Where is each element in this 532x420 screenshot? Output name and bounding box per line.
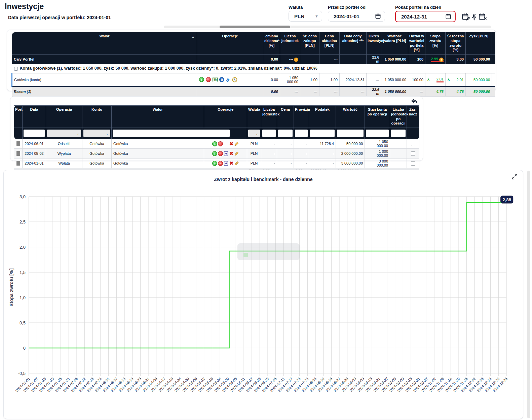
table-row-gotowka[interactable]: Gotówka (konto) + − % 0 ⇄ 0.00 1 050 000… xyxy=(12,73,496,86)
total-okres: 22.6 m xyxy=(367,55,381,64)
zero-operation-icon[interactable]: 0 xyxy=(219,77,224,82)
filter-konto-select[interactable]: ⌄ xyxy=(83,130,110,137)
date-from-input[interactable]: 2024-01-01 xyxy=(328,11,385,22)
portfolio-name: Cały Portfel xyxy=(12,55,197,64)
ops-header-stan-konta[interactable]: Stan konta po operacji xyxy=(365,106,390,128)
operation-row[interactable]: 2024-06-01OdsetkiGotówkaGotówka+−✖PLN---… xyxy=(14,139,419,149)
add-operation-icon[interactable]: + xyxy=(199,77,204,82)
currency-select[interactable]: PLN ▼ xyxy=(289,11,322,22)
column-header-zmiana-dzienna[interactable]: Zmiana dzienna* [%] xyxy=(263,32,280,55)
ops-header-cena[interactable]: Cena xyxy=(277,106,294,128)
calendar-edit-icon[interactable] xyxy=(461,12,470,21)
return-step-chart[interactable]: 2024-01-012024-01-072024-01-132024-01-19… xyxy=(4,170,523,410)
column-header-sr-roczna-stopa[interactable]: Śr.roczna stopa zwrotu [%] xyxy=(446,32,466,55)
warning-icon[interactable]: i xyxy=(294,58,298,62)
document-export-icon[interactable] xyxy=(224,151,228,156)
ops-header-zaznacz[interactable]: Zaz-nacz xyxy=(407,106,419,128)
operations-card: Port Data Operacja Konto Walor Operacje … xyxy=(10,96,423,161)
remove-operation-icon[interactable]: − xyxy=(206,77,211,82)
table-row-caly-portfel[interactable]: Cały Portfel 0.00 ---i --- 22.6 m 1 050 … xyxy=(12,55,496,64)
op-date: 2024-01-01 xyxy=(23,159,46,168)
filter-cena-input[interactable] xyxy=(278,130,293,137)
ops-header-liczba[interactable]: Liczba jednostek xyxy=(261,106,277,128)
filter-operacja-select[interactable]: ⌄ xyxy=(47,130,81,137)
delete-icon[interactable]: ✖ xyxy=(229,151,233,156)
remove-icon[interactable]: − xyxy=(218,141,223,146)
transfer-icon[interactable]: ⇄ xyxy=(225,76,232,83)
ops-header-operacje[interactable]: Operacje xyxy=(204,106,247,128)
asset-zysk: 50 000.00 xyxy=(466,73,492,86)
asset-okres: --- xyxy=(367,73,381,86)
column-header-okres-inwestycji[interactable]: Okres inwestycj xyxy=(367,32,381,55)
total-cena: --- xyxy=(319,55,340,64)
edit-pencil-icon[interactable] xyxy=(234,141,239,146)
op-units: - xyxy=(261,139,277,149)
ops-header-walor[interactable]: Walor xyxy=(112,106,204,128)
warning-icon[interactable]: i xyxy=(439,58,444,62)
op-asset: Gotówka xyxy=(112,149,204,159)
edit-pencil-icon[interactable] xyxy=(234,151,239,156)
calendar-remove-icon[interactable] xyxy=(478,12,487,21)
total-udzial: 100 xyxy=(408,55,425,64)
filter-liczba-input[interactable] xyxy=(262,130,276,137)
remove-icon[interactable]: − xyxy=(218,151,223,156)
ops-header-liczba-po[interactable]: Liczba jednostek po operacji xyxy=(390,106,407,128)
date-from-value: 2024-01-01 xyxy=(334,13,375,19)
ops-header-wartosc[interactable]: Wartość xyxy=(336,106,365,128)
filter-liczba-po-input[interactable] xyxy=(391,130,406,137)
column-header-zysk[interactable]: Zysk [PLN] xyxy=(466,32,492,55)
filter-data-input[interactable] xyxy=(24,130,45,137)
history-clock-icon[interactable] xyxy=(232,77,237,82)
pin-icon[interactable] xyxy=(470,12,479,21)
sum-wartosc: 1 050 000.00 xyxy=(381,86,408,97)
column-header-data-ceny[interactable]: Data ceny aktualnej *** xyxy=(340,32,367,55)
ops-header-konto[interactable]: Konto xyxy=(82,106,112,128)
column-header-sr-cena-zakupu[interactable]: Śr. cena zakupu [PLN] xyxy=(300,32,319,55)
ops-header-data[interactable]: Data xyxy=(23,106,46,128)
ops-header-podatek[interactable]: Podatek xyxy=(309,106,336,128)
column-header-operacje[interactable]: Operacje xyxy=(197,32,263,55)
ops-header-operacja[interactable]: Operacja xyxy=(46,106,82,128)
add-icon[interactable]: + xyxy=(212,151,217,156)
add-icon[interactable]: + xyxy=(212,161,217,166)
column-header-cena-aktualna[interactable]: Cena aktualna [PLN] xyxy=(319,32,340,55)
ops-header-prowizja[interactable]: Prowizja xyxy=(294,106,309,128)
operation-row[interactable]: 2024-01-01WpłataGotówkaGotówka+−✖PLN----… xyxy=(14,159,419,168)
column-header-wartosc-waloru[interactable]: Wartość waloru [PLN] xyxy=(381,32,408,55)
horizontal-scrollbar-track[interactable] xyxy=(164,26,491,28)
filter-podatek-input[interactable] xyxy=(310,130,335,137)
last-value-label: 2,88 xyxy=(503,197,511,202)
asset-wartosc: 1 050 000.00 xyxy=(381,73,408,86)
column-header-liczba-jednostek[interactable]: Liczba jednostek xyxy=(280,32,300,55)
date-to-input[interactable]: 2024-12-31 xyxy=(395,11,456,22)
ops-header-port[interactable]: Port xyxy=(14,106,23,128)
filter-stan-input[interactable] xyxy=(366,130,389,137)
horizontal-scrollbar-thumb[interactable] xyxy=(220,26,290,28)
select-checkbox[interactable] xyxy=(411,142,415,146)
edit-pencil-icon[interactable] xyxy=(234,161,239,166)
group-row-konta-gotowkowe[interactable]: −Konta gotówkowe (1), wartość: 1 050 000… xyxy=(12,64,496,73)
vertical-scrollbar[interactable] xyxy=(527,171,530,418)
collapse-icon[interactable]: − xyxy=(14,67,18,71)
add-icon[interactable]: + xyxy=(212,141,217,146)
column-header-walor[interactable]: Walor▲ xyxy=(12,32,197,55)
column-header-udzial[interactable]: Udział w wartości portfela [%] xyxy=(408,32,425,55)
filter-walor-input[interactable] xyxy=(113,130,230,137)
remove-icon[interactable]: − xyxy=(218,161,223,166)
ops-header-waluta[interactable]: Waluta xyxy=(247,106,261,128)
filter-waluta-select[interactable]: ⌄ xyxy=(248,130,260,137)
total-sr-cena xyxy=(300,55,319,64)
sum-okres: 22.6 m xyxy=(367,86,381,97)
filter-wartosc-input[interactable] xyxy=(337,130,364,137)
document-export-icon[interactable] xyxy=(224,161,228,166)
page-title: Inwestycje xyxy=(5,2,44,11)
select-checkbox[interactable] xyxy=(411,151,415,156)
column-header-stopa-zwrotu[interactable]: Stopa zwrotu [%] xyxy=(425,32,446,55)
select-checkbox[interactable] xyxy=(411,161,415,166)
operation-row[interactable]: 2024-05-02WypłataGotówkaGotówka+−✖PLN---… xyxy=(14,149,419,159)
undo-icon[interactable] xyxy=(411,98,418,105)
delete-icon[interactable]: ✖ xyxy=(229,141,233,146)
filter-prowizja-input[interactable] xyxy=(295,130,308,137)
delete-icon[interactable]: ✖ xyxy=(229,161,233,166)
percent-operation-icon[interactable]: % xyxy=(213,77,218,82)
